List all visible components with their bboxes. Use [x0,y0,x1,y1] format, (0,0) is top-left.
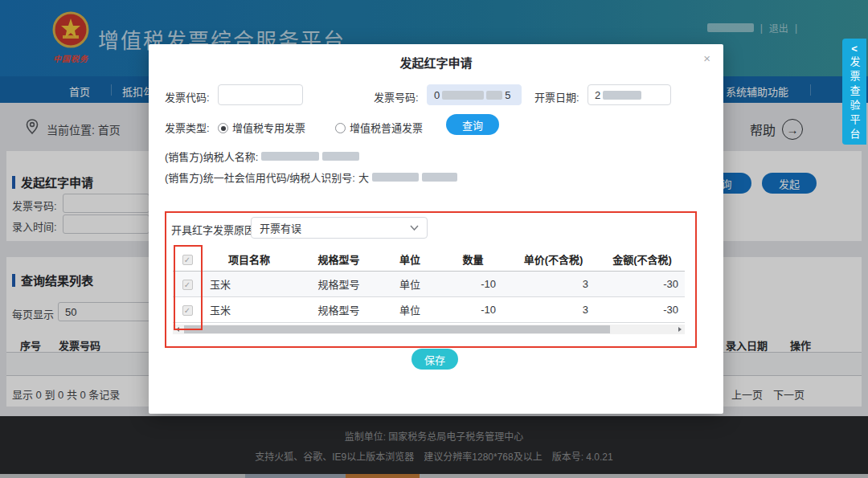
header-unit-price: 单价(不含税) [507,251,600,267]
reason-label: 开具红字发票原因: [171,222,258,237]
table-row: ✓ 玉米 规格型号 单位 -10 3 -30 [173,272,685,297]
save-button[interactable]: 保存 [411,349,458,370]
invoice-type-label: 发票类型: [165,120,210,135]
redacted-seller-id [422,173,457,182]
modal-query-button[interactable]: 查询 [446,114,499,135]
header-item-name: 项目名称 [202,251,297,267]
reason-value: 开票有误 [260,220,301,235]
header-qty: 数量 [439,251,507,267]
horizontal-scrollbar[interactable] [173,325,685,334]
redacted-invoice-number [442,91,484,100]
scroll-right-icon[interactable] [678,327,682,332]
radio-general-invoice[interactable]: 增值税普通发票 [335,120,423,135]
modal-title: 发起红字申请 [149,54,723,71]
side-tab-label: 发票查验平台 [847,56,862,143]
header-spec: 规格型号 [297,251,381,267]
cell-unit-price: 3 [507,278,600,290]
cell-unit-price: 3 [507,304,600,316]
close-icon[interactable]: × [703,51,710,65]
scroll-left-icon[interactable] [176,327,179,332]
seller-name-line: (销售方)纳税人名称: [165,149,359,164]
redacted-invoice-date [603,91,641,100]
seller-id-label: (销售方)统一社会信用代码/纳税人识别号: [165,170,355,185]
seller-id-prefix: 大 [358,170,369,185]
invoice-code-input[interactable] [218,84,303,105]
invoice-date-input[interactable]: 2 [588,84,671,105]
cell-unit: 单位 [381,276,439,292]
cell-spec: 规格型号 [297,276,381,292]
radio-special-invoice[interactable]: 增值税专用发票 [218,120,305,135]
page: 中国税务 增值税发票综合服务平台 | 退出 | 首页 抵扣勾选 系统辅助功能 当… [0,0,868,478]
redacted-seller-name [261,152,319,161]
chevron-down-icon [410,225,419,231]
radio-unselected-icon [335,123,346,133]
reason-select[interactable]: 开票有误 [251,217,428,239]
select-all-checkbox[interactable]: ✓ [182,255,193,265]
cell-spec: 规格型号 [297,302,381,317]
radio-selected-icon [218,123,228,133]
red-letter-apply-modal: 发起红字申请 × 发票代码: 发票号码: 0 5 开票日期: 2 发票类型: 增… [149,44,723,414]
cell-item-name: 玉米 [202,276,297,292]
cell-amount: -30 [600,278,685,290]
row-checkbox[interactable]: ✓ [182,280,193,290]
cell-unit: 单位 [381,302,439,317]
header-unit: 单位 [381,251,439,267]
item-table-header: ✓ 项目名称 规格型号 单位 数量 单价(不含税) 金额(不含税) [173,247,685,272]
seller-name-label: (销售方)纳税人名称: [165,149,258,164]
invoice-code-label: 发票代码: [165,89,210,104]
cell-item-name: 玉米 [202,302,297,317]
invoice-verify-side-tab[interactable]: < 发票查验平台 [842,39,866,145]
table-row: ✓ 玉米 规格型号 单位 -10 3 -30 [173,297,685,323]
collapse-icon: < [842,43,866,55]
header-amount: 金额(不含税) [600,251,685,267]
radio-special-label: 增值税专用发票 [232,122,305,134]
redacted-seller-id [372,173,419,182]
scrollbar-thumb[interactable] [184,325,610,333]
cell-qty: -10 [439,278,507,290]
row-checkbox[interactable]: ✓ [182,305,193,316]
cell-qty: -10 [439,304,507,316]
radio-general-label: 增值税普通发票 [350,122,423,134]
invoice-date-prefix: 2 [595,89,600,101]
invoice-number-label: 发票号码: [374,89,419,104]
seller-id-line: (销售方)统一社会信用代码/纳税人识别号: 大 [165,170,457,185]
invoice-number-prefix: 0 [434,89,440,101]
invoice-date-label: 开票日期: [534,89,579,104]
invoice-number-input[interactable]: 0 5 [427,84,522,105]
item-table: ✓ 项目名称 规格型号 单位 数量 单价(不含税) 金额(不含税) ✓ 玉米 规… [173,247,685,323]
redacted-invoice-number [486,91,502,100]
cell-amount: -30 [600,304,685,316]
redacted-seller-name [322,152,359,161]
invoice-number-suffix: 5 [505,89,510,101]
